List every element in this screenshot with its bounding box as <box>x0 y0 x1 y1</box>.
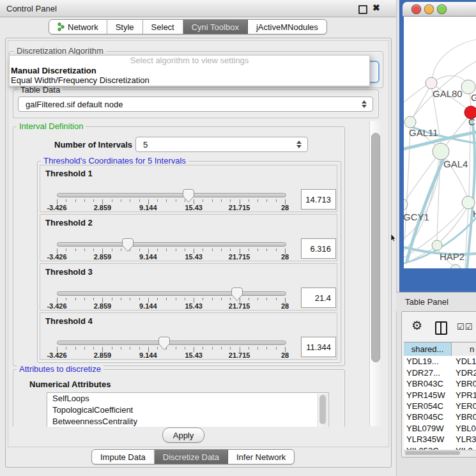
slider-tick <box>84 199 85 202</box>
gear-icon[interactable]: ⚙ <box>411 319 422 332</box>
column-header-name[interactable]: n <box>452 342 476 356</box>
table-row[interactable]: YPR145WYPR1 <box>404 389 476 400</box>
column-header-shared-name[interactable]: shared... <box>404 342 452 356</box>
tab-network[interactable]: Network <box>49 20 107 34</box>
tab-jactivemnodules[interactable]: jActiveMNodules <box>248 20 326 34</box>
close-icon[interactable]: ✖ <box>372 3 380 13</box>
minimize-traffic-light[interactable] <box>424 4 434 14</box>
table-hscroll-thumb[interactable] <box>405 451 460 455</box>
threshold-title: Threshold 2 <box>45 218 93 227</box>
cell-shared-name[interactable]: YDL19... <box>404 357 451 366</box>
network-edge[interactable] <box>404 160 440 238</box>
network-edge[interactable] <box>405 158 436 201</box>
algorithm-option[interactable]: Manual Discretization <box>10 66 369 75</box>
network-node-h[interactable] <box>462 196 475 209</box>
network-node-hap2[interactable] <box>432 240 442 250</box>
threshold-slider-track[interactable] <box>57 341 286 345</box>
checkbox-icons[interactable]: ☑☑ <box>457 322 473 332</box>
network-node-label: C <box>468 116 475 127</box>
tab-impute-data[interactable]: Impute Data <box>92 450 155 464</box>
tab-discretize-data[interactable]: Discretize Data <box>155 450 228 464</box>
network-node-gal11[interactable] <box>404 116 416 128</box>
threshold-value-field[interactable] <box>301 337 336 357</box>
network-edge[interactable] <box>433 40 476 77</box>
cell-shared-name[interactable]: YLR345W <box>404 434 451 444</box>
threshold-value-field[interactable] <box>301 288 336 308</box>
tab-select[interactable]: Select <box>143 20 183 34</box>
attribute-item[interactable]: SelfLoops <box>47 393 328 404</box>
cell-shared-name[interactable]: YDR27... <box>404 368 451 378</box>
tab-label: Discretize Data <box>163 452 219 462</box>
network-edge[interactable] <box>404 128 410 240</box>
threshold-value-field[interactable] <box>301 189 336 210</box>
algorithm-prompt-option[interactable]: Select algorithm to view settings <box>10 56 369 66</box>
slider-tick <box>257 199 258 202</box>
algorithm-option[interactable]: Equal Width/Frequency Discretization <box>10 75 369 85</box>
table-data-combobox[interactable]: galFiltered.sif default node <box>18 96 373 112</box>
slider-tick <box>112 249 112 251</box>
network-edge[interactable] <box>404 85 427 102</box>
cell-shared-name[interactable]: YPR145W <box>404 390 451 400</box>
slider-tick <box>166 199 167 202</box>
table-row[interactable]: YLR345WYLR3 <box>404 434 476 445</box>
attribute-item[interactable]: TopologicalCoefficient <box>47 404 328 416</box>
close-traffic-light[interactable] <box>411 4 421 14</box>
network-edge[interactable] <box>413 88 429 118</box>
cell-name[interactable]: YBL0 <box>451 424 476 433</box>
table-row[interactable]: YIL052CYIL0 <box>404 445 476 450</box>
table-row[interactable]: YBL079WYBL0 <box>404 423 476 434</box>
threshold-slider-thumb[interactable] <box>121 238 134 253</box>
network-node-label: GAL11 <box>409 127 438 138</box>
threshold-slider-thumb[interactable] <box>231 287 243 302</box>
number-of-intervals-combobox[interactable]: 5 <box>135 137 308 152</box>
cell-shared-name[interactable]: YBL079W <box>404 424 451 433</box>
cell-name[interactable]: YER0 <box>451 401 476 411</box>
network-edge[interactable] <box>441 209 466 241</box>
network-node-gal4[interactable] <box>433 143 449 160</box>
threshold-slider-thumb[interactable] <box>182 188 195 204</box>
cell-name[interactable]: YBR0 <box>451 379 476 388</box>
network-canvas[interactable]: GAL80GACGAL11GAL4GCY1HHAP2 <box>404 17 476 268</box>
tab-infer-network[interactable]: Infer Network <box>228 450 294 464</box>
tab-style[interactable]: Style <box>107 20 143 34</box>
cell-shared-name[interactable]: YBR045C <box>404 412 451 422</box>
slider-tick-label: 28 <box>281 204 289 211</box>
threshold-slider-thumb[interactable] <box>158 336 171 351</box>
cell-shared-name[interactable]: YER054C <box>404 401 451 411</box>
cell-name[interactable]: YBR0 <box>451 412 476 422</box>
cell-name[interactable]: YPR1 <box>451 390 476 400</box>
split-column-icon[interactable] <box>435 321 447 335</box>
network-window-titlebar[interactable] <box>403 2 476 17</box>
slider-tick <box>93 298 94 300</box>
table-row[interactable]: YER054CYER0 <box>404 401 476 411</box>
table-row[interactable]: YBR043CYBR0 <box>404 378 476 389</box>
slider-tick-label: 21.715 <box>229 302 250 310</box>
threshold-value-field[interactable] <box>301 238 336 259</box>
table-row[interactable]: YDL19...YDL1 <box>404 356 476 367</box>
threshold-slider-track[interactable] <box>57 193 286 197</box>
attribute-item[interactable]: BetweennessCentrality <box>47 416 328 427</box>
cell-shared-name[interactable]: YBR043C <box>404 379 451 388</box>
slider-tick-label: 15.43 <box>185 204 203 211</box>
threshold-slider-track[interactable] <box>57 242 286 247</box>
network-edge[interactable] <box>469 119 470 196</box>
cell-name[interactable]: YDR2 <box>451 368 476 378</box>
slider-tick <box>157 249 158 251</box>
attributes-list-scrollbar[interactable] <box>318 394 328 427</box>
table-row[interactable]: YDR27...YDR2 <box>404 367 476 378</box>
network-node-gal80[interactable] <box>426 77 437 89</box>
slider-tick <box>130 298 130 300</box>
threshold-slider-track[interactable] <box>57 291 286 296</box>
cell-name[interactable]: YLR3 <box>451 434 476 444</box>
threshold-panel-2: Threshold 2-3.4262.8599.14415.4321.71528 <box>40 214 337 261</box>
cell-name[interactable]: YDL1 <box>451 357 476 366</box>
settings-scrollbar[interactable] <box>369 121 381 426</box>
settings-scrollbar-thumb[interactable] <box>371 133 380 362</box>
float-window-icon[interactable] <box>358 5 367 14</box>
apply-button[interactable]: Apply <box>162 427 204 443</box>
tab-cyni-toolbox[interactable]: Cyni Toolbox <box>183 20 248 34</box>
slider-tick-label: 15.43 <box>185 253 203 261</box>
table-row[interactable]: YBR045CYBR0 <box>404 411 476 422</box>
zoom-traffic-light[interactable] <box>437 4 447 14</box>
table-horizontal-scrollbar[interactable] <box>404 450 476 456</box>
